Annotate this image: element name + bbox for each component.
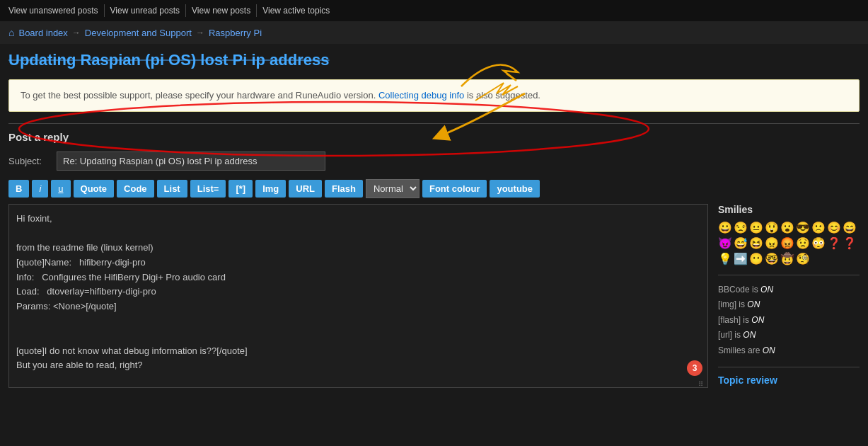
breadcrumb-home[interactable]: Board index — [18, 28, 67, 38]
top-navigation: View unanswered posts View unread posts … — [0, 0, 868, 21]
smiley-17[interactable]: ❓ — [827, 236, 841, 251]
nav-active[interactable]: View active topics — [257, 4, 335, 17]
smiley-12[interactable]: 😆 — [749, 236, 763, 251]
list-ordered-button[interactable]: List= — [190, 180, 226, 198]
smiley-1[interactable]: 😀 — [718, 221, 732, 235]
formatting-toolbar: B i u Quote Code List List= [*] Img URL … — [8, 179, 860, 198]
smiley-24[interactable]: 🧐 — [796, 252, 810, 266]
youtube-button[interactable]: youtube — [490, 180, 540, 198]
smilies-status: Smilies are ON — [718, 343, 860, 359]
sidebar: Smilies 😀 😒 😐 😲 😮 😎 🙁 😊 😄 😈 😅 😆 😠 😡 — [718, 204, 860, 387]
smiley-21[interactable]: 😶 — [749, 252, 763, 266]
italic-button[interactable]: i — [32, 180, 48, 198]
font-size-select[interactable]: Normal TinySmallNormalLargeHuge — [366, 179, 419, 198]
nav-unanswered[interactable]: View unanswered posts — [8, 4, 105, 17]
flash-button[interactable]: Flash — [325, 180, 363, 198]
smiley-19[interactable]: 💡 — [718, 252, 732, 266]
url-status: [url] is ON — [718, 328, 860, 343]
breadcrumb-arrow2: → — [196, 28, 204, 38]
post-reply-title: Post a reply — [8, 131, 860, 143]
subject-input[interactable] — [57, 151, 325, 171]
smiley-13[interactable]: 😠 — [765, 236, 779, 251]
smiley-8[interactable]: 😊 — [827, 221, 841, 235]
url-button[interactable]: URL — [289, 180, 322, 198]
debug-info-link[interactable]: Collecting debug info — [378, 90, 464, 101]
url-on: ON — [743, 330, 756, 340]
topic-review-link[interactable]: Topic review — [718, 367, 860, 386]
img-on: ON — [747, 299, 760, 309]
underline-button[interactable]: u — [51, 180, 70, 198]
smilies-grid: 😀 😒 😐 😲 😮 😎 🙁 😊 😄 😈 😅 😆 😠 😡 😟 😳 — [718, 221, 860, 266]
font-colour-button[interactable]: Font colour — [422, 180, 487, 198]
smiley-7[interactable]: 🙁 — [811, 221, 826, 235]
breadcrumb-raspi[interactable]: Raspberry Pi — [209, 28, 262, 38]
quote-button[interactable]: Quote — [74, 180, 115, 198]
char-count-badge: 3 — [687, 360, 702, 376]
smiley-2[interactable]: 😒 — [734, 221, 748, 235]
breadcrumb: ⌂ Board index → Development and Support … — [0, 21, 868, 44]
breadcrumb-dev[interactable]: Development and Support — [85, 28, 192, 38]
resize-handle[interactable]: ⠿ — [698, 380, 707, 389]
bbcode-on: ON — [760, 285, 773, 295]
nav-new[interactable]: View new posts — [186, 4, 257, 17]
smilies-title: Smilies — [718, 204, 860, 215]
smiley-20[interactable]: ➡️ — [734, 252, 748, 266]
smiley-18[interactable]: ❓ — [843, 236, 857, 251]
nav-unread[interactable]: View unread posts — [105, 4, 187, 17]
smiley-16[interactable]: 😳 — [811, 236, 826, 251]
list-item-button[interactable]: [*] — [228, 180, 253, 198]
bold-button[interactable]: B — [8, 180, 29, 198]
list-button[interactable]: List — [157, 180, 187, 198]
bbcode-status: BBCode is ON — [718, 282, 860, 298]
subject-row: Subject: — [8, 151, 860, 171]
img-button[interactable]: Img — [255, 180, 286, 198]
smilies-on: ON — [763, 345, 775, 355]
smiley-23[interactable]: 🤠 — [780, 252, 794, 266]
flash-on: ON — [751, 315, 764, 325]
flash-status: [flash] is ON — [718, 313, 860, 328]
smiley-6[interactable]: 😎 — [796, 221, 810, 235]
notice-box: To get the best possible support, please… — [8, 79, 860, 112]
post-reply-section: Post a reply Subject: B i u Quote Code L… — [8, 123, 860, 390]
page-title: Updating Raspian (pi OS) lost Pi ip addr… — [8, 51, 860, 69]
smiley-4[interactable]: 😲 — [765, 221, 779, 235]
bbcode-info: BBCode is ON [img] is ON [flash] is ON [… — [718, 275, 860, 359]
img-status: [img] is ON — [718, 297, 860, 313]
smiley-15[interactable]: 😟 — [796, 236, 810, 251]
smiley-5[interactable]: 😮 — [780, 221, 794, 235]
subject-label: Subject: — [8, 156, 51, 166]
smiley-11[interactable]: 😅 — [734, 236, 748, 251]
home-icon: ⌂ — [8, 27, 14, 38]
code-button[interactable]: Code — [117, 180, 154, 198]
smiley-14[interactable]: 😡 — [780, 236, 794, 251]
post-text-editor[interactable] — [8, 204, 708, 388]
smiley-3[interactable]: 😐 — [749, 221, 763, 235]
smiley-10[interactable]: 😈 — [718, 236, 732, 251]
breadcrumb-arrow: → — [72, 28, 81, 38]
smiley-22[interactable]: 🤓 — [765, 252, 779, 266]
smiley-9[interactable]: 😄 — [843, 221, 857, 235]
